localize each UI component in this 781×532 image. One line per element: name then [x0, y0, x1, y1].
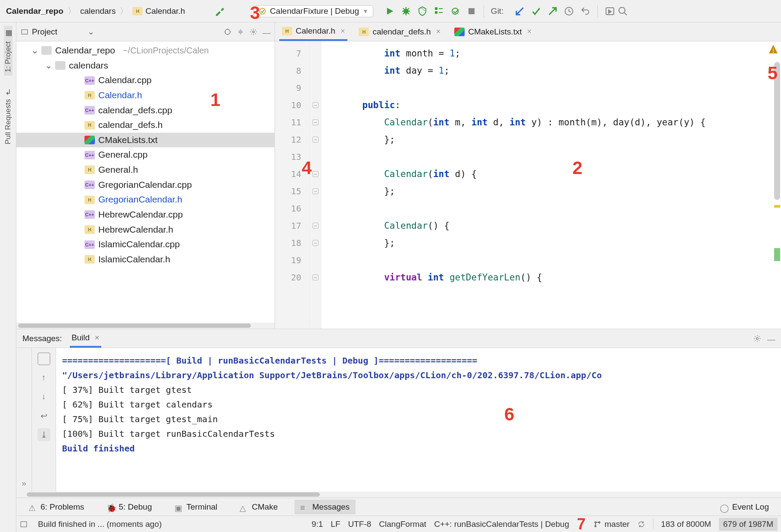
tree-row[interactable]: HIslamicCalendar.h — [16, 252, 275, 267]
code-line[interactable]: virtual int getDefYearLen() { — [322, 269, 781, 286]
code-line[interactable]: Calendar(int d) { — [322, 165, 781, 183]
tab-cmake[interactable]: △CMake — [234, 500, 284, 514]
fold-gutter-row[interactable] — [309, 131, 321, 148]
error-stripe-warn[interactable] — [774, 205, 780, 208]
expand-all-icon[interactable] — [237, 28, 244, 36]
line-separator[interactable]: LF — [331, 520, 340, 529]
messages-output[interactable]: 6 ====================[ Build | runBasic… — [56, 348, 781, 492]
fold-marker-icon[interactable] — [312, 240, 319, 246]
line-number[interactable]: 19 — [275, 252, 309, 269]
tool-tab-project[interactable]: 1: Project ▦ — [4, 26, 12, 76]
code-line[interactable] — [322, 148, 781, 165]
fold-gutter-row[interactable] — [309, 45, 321, 62]
close-icon[interactable]: × — [527, 27, 532, 36]
soft-wrap-icon[interactable]: ↩ — [37, 409, 50, 422]
tree-row[interactable]: CMakeLists.txt — [16, 133, 275, 148]
fold-marker-icon[interactable] — [312, 171, 319, 177]
profile-icon[interactable] — [434, 6, 444, 16]
git-branch[interactable]: master — [594, 520, 630, 529]
warning-icon[interactable] — [768, 44, 778, 54]
fold-gutter-row[interactable] — [309, 114, 321, 131]
tree-row[interactable]: HGeneral.h — [16, 162, 275, 177]
tool-tab-pull-requests[interactable]: Pull Requests ↲ — [4, 86, 12, 148]
coverage-icon[interactable] — [417, 6, 428, 16]
tree-row[interactable]: ⌄Calendar_repo~/CLionProjects/Calen — [16, 43, 275, 58]
fold-marker-icon[interactable] — [312, 119, 319, 125]
line-number[interactable]: 12 — [275, 131, 309, 148]
code-line[interactable]: public: — [322, 96, 781, 114]
tool-windows-icon[interactable] — [20, 520, 28, 528]
messages-expand[interactable]: » — [16, 348, 32, 492]
breadcrumb-file[interactable]: H Calendar.h — [131, 6, 187, 17]
encoding[interactable]: UTF-8 — [348, 520, 372, 529]
commit-icon[interactable] — [531, 6, 541, 16]
run-config-selector[interactable]: CalendarFixture | Debug ▼ — [254, 5, 373, 17]
up-icon[interactable]: ↑ — [37, 371, 50, 384]
fold-gutter-row[interactable] — [309, 217, 321, 234]
hide-icon[interactable]: — — [262, 28, 270, 36]
fold-gutter-row[interactable] — [309, 252, 321, 269]
attach-icon[interactable] — [450, 6, 460, 16]
code-line[interactable]: }; — [322, 131, 781, 148]
close-icon[interactable]: × — [341, 27, 345, 36]
tab-terminal[interactable]: ▣Terminal — [169, 500, 224, 514]
run-anything-icon[interactable] — [605, 6, 615, 16]
sync-icon[interactable] — [637, 520, 645, 528]
tree-row[interactable]: C++IslamicCalendar.cpp — [16, 237, 275, 252]
project-hscrollbar[interactable] — [16, 323, 275, 329]
messages-tab-build[interactable]: Build × — [70, 330, 101, 348]
line-number[interactable]: 8 — [275, 62, 309, 79]
line-number[interactable]: 18 — [275, 234, 309, 252]
tree-row[interactable]: HCalendar.h — [16, 88, 275, 103]
rollback-icon[interactable] — [580, 6, 590, 16]
editor-vscrollbar[interactable] — [774, 62, 780, 200]
context[interactable]: C++: runBasicCalendarTests | Debug — [434, 520, 569, 529]
push-icon[interactable] — [547, 6, 558, 16]
stop-icon[interactable] — [466, 6, 477, 16]
tree-row[interactable]: HHebrewCalendar.h — [16, 222, 275, 237]
down-icon[interactable]: ↓ — [37, 390, 50, 403]
disclosure-icon[interactable]: ⌄ — [31, 43, 38, 58]
tab-event-log[interactable]: ◯Event Log — [714, 500, 775, 514]
editor-tab[interactable]: HCalendar.h× — [279, 23, 347, 41]
code-line[interactable]: int day = 1; — [322, 62, 781, 79]
code-area[interactable]: int month = 1; int day = 1; public: Cale… — [322, 41, 781, 329]
fold-gutter-row[interactable] — [309, 165, 321, 183]
fold-gutter-row[interactable] — [309, 96, 321, 114]
fold-marker-icon[interactable] — [312, 102, 319, 108]
status-message[interactable]: Build finished in ... (moments ago) — [38, 520, 162, 529]
line-number[interactable]: 10 — [275, 96, 309, 114]
editor-tab[interactable]: CMakeLists.txt× — [452, 24, 534, 40]
tab-problems[interactable]: ⚠6: Problems — [22, 500, 90, 514]
messages-hscrollbar[interactable] — [16, 492, 781, 498]
breadcrumb-dir[interactable]: calendars — [78, 6, 117, 17]
fold-gutter-row[interactable] — [309, 79, 321, 96]
code-line[interactable] — [322, 200, 781, 217]
line-number[interactable]: 14 — [275, 165, 309, 183]
tree-row[interactable]: HGregorianCalendar.h — [16, 192, 275, 207]
update-icon[interactable] — [515, 6, 525, 16]
line-number[interactable]: 11 — [275, 114, 309, 131]
hide-icon[interactable]: — — [767, 335, 775, 342]
close-icon[interactable]: × — [436, 27, 441, 36]
search-icon[interactable] — [618, 6, 628, 16]
line-number[interactable]: 13 — [275, 148, 309, 165]
chevron-down-icon[interactable]: ⌄ — [87, 27, 94, 37]
code-line[interactable]: Calendar(int m, int d, int y) : month(m)… — [322, 114, 781, 131]
tree-row[interactable]: C++GregorianCalendar.cpp — [16, 177, 275, 193]
fold-marker-icon[interactable] — [312, 223, 319, 229]
tree-row[interactable]: Hcalendar_defs.h — [16, 118, 275, 133]
fold-marker-icon[interactable] — [312, 188, 319, 194]
code-line[interactable] — [322, 79, 781, 96]
fold-gutter-row[interactable] — [309, 269, 321, 286]
formatter[interactable]: ClangFormat — [379, 520, 426, 529]
code-editor[interactable]: 7891011121314151617181920 int month = 1;… — [275, 41, 781, 329]
code-line[interactable]: }; — [322, 234, 781, 252]
editor-tab[interactable]: Hcalendar_defs.h× — [356, 24, 443, 40]
line-number[interactable]: 16 — [275, 200, 309, 217]
memory-indicator-1[interactable]: 183 of 8000M — [661, 520, 711, 529]
tab-debug[interactable]: 🐞5: Debug — [100, 500, 158, 514]
line-number[interactable]: 15 — [275, 183, 309, 200]
fold-gutter-row[interactable] — [309, 62, 321, 79]
line-number[interactable]: 9 — [275, 79, 309, 96]
